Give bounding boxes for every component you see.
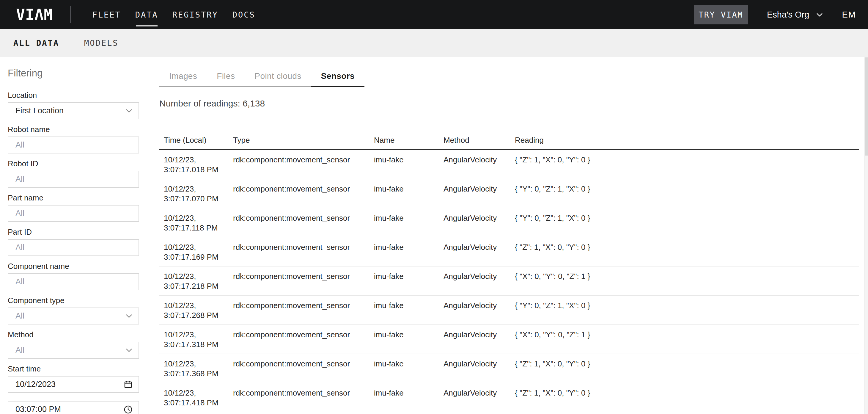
tab-sensors[interactable]: Sensors — [311, 67, 365, 86]
chevron-down-icon — [816, 12, 823, 17]
start-time-label: Start time — [8, 365, 139, 373]
cell-name: imu-fake — [374, 388, 443, 412]
cell-reading: { "Z": 1, "X": 0, "Y": 0 } — [515, 388, 859, 412]
column-header-name: Name — [374, 136, 443, 145]
cell-time: 10/12/23, 3:07:17.418 PM — [159, 388, 233, 412]
cell-time: 10/12/23, 3:07:17.218 PM — [159, 271, 233, 295]
table-row[interactable]: 10/12/23, 3:07:17.318 PM rdk:component:m… — [159, 325, 859, 354]
cell-name: imu-fake — [374, 359, 443, 383]
start-date-value: 10/12/2023 — [16, 380, 124, 389]
data-main-panel: Images Files Point clouds Sensors Number… — [150, 57, 868, 414]
data-subnav: ALL DATA MODELS — [0, 29, 868, 57]
robot-id-input[interactable] — [8, 171, 139, 188]
cell-name: imu-fake — [374, 155, 443, 179]
primary-nav-links: FLEET DATA REGISTRY DOCS — [92, 8, 255, 21]
location-select[interactable]: First Location — [8, 102, 139, 119]
user-avatar[interactable]: EM — [842, 10, 857, 20]
component-name-input[interactable] — [8, 273, 139, 290]
component-type-select-value: All — [16, 312, 125, 321]
table-row[interactable]: 10/12/23, 3:07:17.268 PM rdk:component:m… — [159, 296, 859, 325]
table-row[interactable]: 10/12/23, 3:07:17.118 PM rdk:component:m… — [159, 208, 859, 237]
vertical-scrollbar[interactable] — [864, 57, 868, 414]
cell-time: 10/12/23, 3:07:17.018 PM — [159, 155, 233, 179]
table-row[interactable]: 10/12/23, 3:07:17.418 PM rdk:component:m… — [159, 383, 859, 412]
tab-files[interactable]: Files — [207, 67, 245, 86]
chevron-down-icon — [125, 314, 132, 318]
start-time-input[interactable]: 03:07:00 PM — [8, 401, 139, 414]
cell-reading: { "Y": 0, "Z": 1, "X": 0 } — [515, 213, 859, 237]
subnav-tab-models[interactable]: MODELS — [84, 38, 119, 48]
cell-method: AngularVelocity — [443, 388, 515, 412]
filter-sidebar: Filtering Location First Location Robot … — [0, 57, 167, 414]
cell-name: imu-fake — [374, 330, 443, 354]
cell-name: imu-fake — [374, 213, 443, 237]
table-header-row: Time (Local) Type Name Method Reading — [159, 131, 859, 150]
cell-reading: { "X": 0, "Y": 0, "Z": 1 } — [515, 271, 859, 295]
table-row[interactable]: 10/12/23, 3:07:17.368 PM rdk:component:m… — [159, 354, 859, 383]
cell-type: rdk:component:movement_sensor — [233, 155, 374, 179]
column-header-type: Type — [233, 136, 374, 145]
sensor-table-rows: 10/12/23, 3:07:17.018 PM rdk:component:m… — [159, 150, 859, 412]
tab-images[interactable]: Images — [159, 67, 207, 86]
part-id-label: Part ID — [8, 228, 139, 236]
cell-type: rdk:component:movement_sensor — [233, 359, 374, 383]
cell-time: 10/12/23, 3:07:17.169 PM — [159, 242, 233, 266]
clock-icon — [124, 405, 132, 414]
cell-reading: { "Y": 0, "Z": 1, "X": 0 } — [515, 184, 859, 208]
robot-id-label: Robot ID — [8, 160, 139, 168]
readings-count: Number of readings: 6,138 — [159, 97, 868, 110]
cell-method: AngularVelocity — [443, 330, 515, 354]
cell-method: AngularVelocity — [443, 213, 515, 237]
cell-reading: { "Z": 1, "X": 0, "Y": 0 } — [515, 242, 859, 266]
cell-type: rdk:component:movement_sensor — [233, 388, 374, 412]
cell-time: 10/12/23, 3:07:17.268 PM — [159, 301, 233, 324]
cell-reading: { "Y": 0, "Z": 1, "X": 0 } — [515, 301, 859, 324]
cell-reading: { "Z": 1, "X": 0, "Y": 0 } — [515, 359, 859, 383]
cell-name: imu-fake — [374, 301, 443, 324]
column-header-time: Time (Local) — [159, 136, 233, 145]
robot-name-input[interactable] — [8, 137, 139, 153]
cell-method: AngularVelocity — [443, 242, 515, 266]
cell-type: rdk:component:movement_sensor — [233, 242, 374, 266]
top-nav: VIΛM FLEET DATA REGISTRY DOCS TRY VIAM E… — [0, 0, 868, 29]
cell-name: imu-fake — [374, 184, 443, 208]
robot-name-label: Robot name — [8, 125, 139, 133]
scrollbar-thumb[interactable] — [865, 57, 868, 155]
cell-method: AngularVelocity — [443, 184, 515, 208]
sensor-readings-table: Time (Local) Type Name Method Reading 10… — [159, 131, 859, 412]
cell-type: rdk:component:movement_sensor — [233, 271, 374, 295]
cell-time: 10/12/23, 3:07:17.118 PM — [159, 213, 233, 237]
cell-type: rdk:component:movement_sensor — [233, 184, 374, 208]
table-row[interactable]: 10/12/23, 3:07:17.218 PM rdk:component:m… — [159, 266, 859, 296]
part-id-input[interactable] — [8, 239, 139, 256]
nav-link-registry[interactable]: REGISTRY — [173, 8, 218, 21]
org-name: Esha's Org — [767, 10, 809, 20]
start-time-value: 03:07:00 PM — [16, 405, 124, 414]
cell-type: rdk:component:movement_sensor — [233, 213, 374, 237]
org-menu[interactable]: Esha's Org — [767, 10, 823, 20]
component-type-label: Component type — [8, 297, 139, 304]
table-row[interactable]: 10/12/23, 3:07:17.070 PM rdk:component:m… — [159, 179, 859, 208]
cell-type: rdk:component:movement_sensor — [233, 330, 374, 354]
part-name-input[interactable] — [8, 205, 139, 222]
start-date-input[interactable]: 10/12/2023 — [8, 376, 139, 393]
chevron-down-icon — [125, 348, 132, 352]
table-row[interactable]: 10/12/23, 3:07:17.018 PM rdk:component:m… — [159, 150, 859, 179]
component-type-select[interactable]: All — [8, 307, 139, 324]
cell-reading: { "X": 0, "Y": 0, "Z": 1 } — [515, 330, 859, 354]
tab-point-clouds[interactable]: Point clouds — [245, 67, 311, 86]
viam-logo[interactable]: VIΛM — [16, 7, 53, 22]
cell-method: AngularVelocity — [443, 271, 515, 295]
cell-method: AngularVelocity — [443, 301, 515, 324]
column-header-reading: Reading — [515, 136, 859, 145]
try-viam-button[interactable]: TRY VIAM — [694, 5, 748, 24]
nav-link-fleet[interactable]: FLEET — [92, 8, 121, 21]
subnav-tab-all-data[interactable]: ALL DATA — [13, 38, 59, 48]
method-select[interactable]: All — [8, 342, 139, 359]
method-label: Method — [8, 331, 139, 338]
part-name-label: Part name — [8, 194, 139, 202]
nav-link-data[interactable]: DATA — [135, 8, 158, 21]
method-select-value: All — [16, 346, 125, 355]
table-row[interactable]: 10/12/23, 3:07:17.169 PM rdk:component:m… — [159, 237, 859, 266]
nav-link-docs[interactable]: DOCS — [232, 8, 255, 21]
